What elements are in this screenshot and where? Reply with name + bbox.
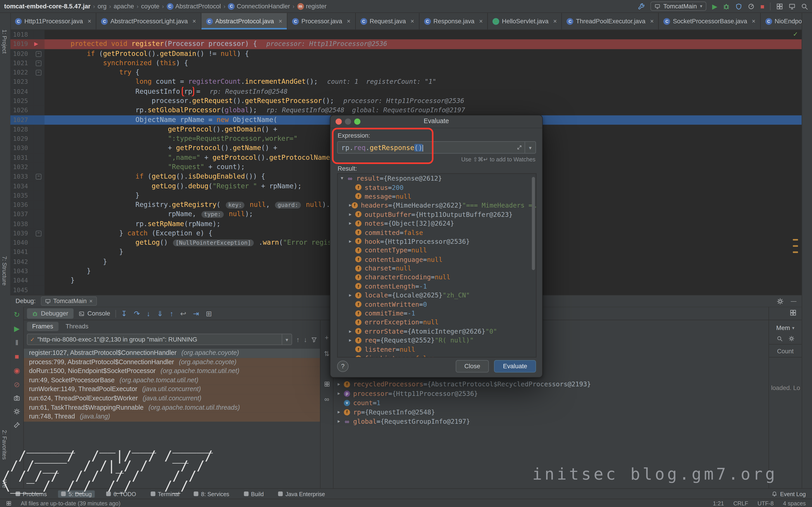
next-frame-icon[interactable]: ↓	[304, 335, 307, 343]
tree-row[interactable]: fstatus = 200	[338, 183, 536, 192]
monitor-icon[interactable]	[789, 3, 796, 10]
gear-icon[interactable]	[777, 298, 784, 304]
memory-count-column[interactable]: Count	[769, 348, 802, 357]
tree-row[interactable]: fcontentWritten = 0	[338, 300, 536, 309]
tree-row[interactable]: ▶fnotes = {Object[32]@2624}	[338, 219, 536, 228]
breadcrumb-item[interactable]: apache	[114, 2, 134, 10]
coverage-button[interactable]	[735, 3, 742, 10]
editor-tab[interactable]: CHelloServlet.java×	[488, 13, 562, 30]
view-options-icon[interactable]	[324, 381, 329, 387]
line-number[interactable]: 1026	[10, 106, 33, 115]
code-text[interactable]: long count = registerCount.incrementAndG…	[45, 77, 802, 87]
tab-threads[interactable]: Threads	[60, 322, 94, 331]
line-ending[interactable]: CRLF	[733, 500, 748, 506]
line-number[interactable]: 1027	[10, 115, 33, 125]
dialog-title-bar[interactable]: Evaluate	[330, 115, 542, 128]
step-out-icon[interactable]: ↑	[170, 309, 173, 318]
toolwindow-button-5-debug[interactable]: 5: Debug	[58, 490, 95, 498]
stack-frame-row[interactable]: process:799, AbstractProtocol$Connection…	[24, 358, 320, 367]
chevron-right-icon[interactable]: ▶	[349, 239, 355, 244]
code-text[interactable]	[45, 30, 802, 40]
toolwindow-button-build[interactable]: Build	[241, 490, 267, 498]
line-number[interactable]: 1032	[10, 163, 33, 172]
chevron-right-icon[interactable]: ▶	[349, 203, 352, 208]
line-number[interactable]: 1018	[10, 30, 33, 40]
tree-row[interactable]: fcontentLength = -1	[338, 282, 536, 291]
event-log-button[interactable]: Event Log	[772, 491, 806, 497]
code-text[interactable]: processor.getRequest().getRequestProcess…	[45, 96, 802, 106]
breadcrumb-item[interactable]: CAbstractProtocol	[166, 2, 221, 10]
close-icon[interactable]: ×	[650, 18, 654, 25]
resume-icon[interactable]: ▶	[14, 325, 20, 332]
tree-row[interactable]: fcontentType = null	[338, 246, 536, 255]
tab-console[interactable]: Console	[73, 308, 115, 319]
stack-frame-row[interactable]: register:1027, AbstractProtocol$Connecti…	[24, 349, 320, 358]
line-number[interactable]: 1029	[10, 134, 33, 144]
line-number[interactable]: 1024	[10, 87, 33, 96]
tree-row[interactable]: ▶ferrorState = {AtomicInteger@2626} "0"	[338, 327, 536, 336]
tree-row[interactable]: ▶foutputBuffer = {Http11OutputBuffer@262…	[338, 210, 536, 219]
line-number[interactable]: 1035	[10, 191, 33, 200]
tab-debugger[interactable]: Debugger	[27, 308, 73, 319]
code-text[interactable]: protected void register(Processor proces…	[45, 39, 802, 49]
sidebar-item-project[interactable]: 1: Project	[2, 30, 8, 53]
code-text[interactable]: try {	[45, 68, 802, 77]
chevron-right-icon[interactable]: ▶	[338, 408, 344, 417]
editor-tab[interactable]: CAbstractProcessorLight.java×	[97, 13, 201, 30]
line-number[interactable]: 1020	[10, 49, 33, 58]
line-number[interactable]: 1023	[10, 77, 33, 87]
tree-row[interactable]: ▼∞result = {Response@2612}	[338, 174, 536, 183]
stack-frame-row[interactable]: run:624, ThreadPoolExecutor$Worker (java…	[24, 394, 320, 403]
debug-session-tab[interactable]: TomcatMain ×	[41, 296, 97, 306]
close-icon[interactable]: ×	[411, 18, 414, 25]
run-to-cursor-icon[interactable]: ⇥	[193, 309, 199, 318]
caret-position[interactable]: 1:21	[713, 500, 724, 506]
help-button[interactable]: ?	[337, 360, 348, 372]
line-number[interactable]: 1030	[10, 144, 33, 153]
toolwindow-button-8-services[interactable]: 8: Services	[191, 490, 233, 498]
fold-icon[interactable]: −	[36, 60, 42, 66]
chevron-right-icon[interactable]: ▶	[338, 389, 344, 398]
editor-tab[interactable]: CNioEndpoint.java×	[761, 13, 802, 30]
code-text[interactable]: if (getProtocol().getDomain() != null) {	[45, 49, 802, 58]
fold-icon[interactable]: −	[36, 174, 42, 179]
indent-setting[interactable]: 4 spaces	[783, 500, 806, 506]
editor-tab[interactable]: CRequest.java×	[356, 13, 419, 30]
reorder-icon[interactable]: ⇅	[324, 350, 329, 357]
tree-row[interactable]: ferrorException = null	[338, 318, 536, 327]
inspections-ok-icon[interactable]: ✓	[793, 31, 798, 38]
hide-panel-icon[interactable]: —	[791, 298, 796, 304]
tree-row[interactable]: ▶freq = {Request@2552} "R( null)"	[338, 336, 536, 345]
stack-frame-row[interactable]: doRun:1500, NioEndpoint$SocketProcessor …	[24, 367, 320, 376]
history-dropdown-icon[interactable]: ▾	[524, 142, 536, 153]
breadcrumb-item[interactable]: coyote	[141, 2, 159, 10]
editor-tab[interactable]: CAbstractProtocol.java×	[201, 13, 287, 30]
toolwindow-button-terminal[interactable]: Terminal	[148, 490, 183, 498]
chevron-down-icon[interactable]: ▼	[341, 176, 347, 181]
editor-tab[interactable]: CSocketProcessorBase.java×	[659, 13, 761, 30]
code-text[interactable]: RequestInfo rp =rp: RequestInfo@2548	[45, 87, 802, 96]
wrench-icon[interactable]	[638, 3, 645, 10]
tab-frames[interactable]: Frames	[27, 322, 58, 331]
tree-row[interactable]: ▶flocale = {Locale@2625} "zh_CN"	[338, 291, 536, 300]
debug-button[interactable]	[723, 3, 730, 10]
chevron-right-icon[interactable]: ▶	[349, 212, 355, 217]
editor-tab[interactable]: CHttp11Processor.java×	[10, 13, 97, 30]
expression-input[interactable]: rp.req.getResponse() ▾	[337, 141, 536, 154]
chevron-right-icon[interactable]: ▶	[349, 338, 355, 343]
pin-icon[interactable]	[13, 422, 20, 429]
tree-row[interactable]: fcharset = null	[338, 264, 536, 273]
sidebar-item-favorites[interactable]: 2: Favorites	[2, 430, 8, 459]
settings-gear-icon[interactable]	[13, 408, 20, 415]
stop-button[interactable]: ■	[760, 3, 764, 10]
sidebar-item-structure[interactable]: 7: Structure	[2, 256, 8, 285]
filter-funnel-icon[interactable]	[311, 337, 317, 342]
mute-breakpoints-icon[interactable]: ⊘	[14, 381, 20, 388]
line-number[interactable]: 1036	[10, 200, 33, 210]
line-number[interactable]: 1041	[10, 247, 33, 257]
fold-icon[interactable]: −	[36, 70, 42, 75]
line-number[interactable]: 1037	[10, 210, 33, 219]
grid-icon[interactable]	[776, 3, 783, 10]
editor-tab[interactable]: CProcessor.java×	[288, 13, 356, 30]
variable-row[interactable]: ▶∞global = {RequestGroupInfo@2197}	[334, 417, 768, 426]
